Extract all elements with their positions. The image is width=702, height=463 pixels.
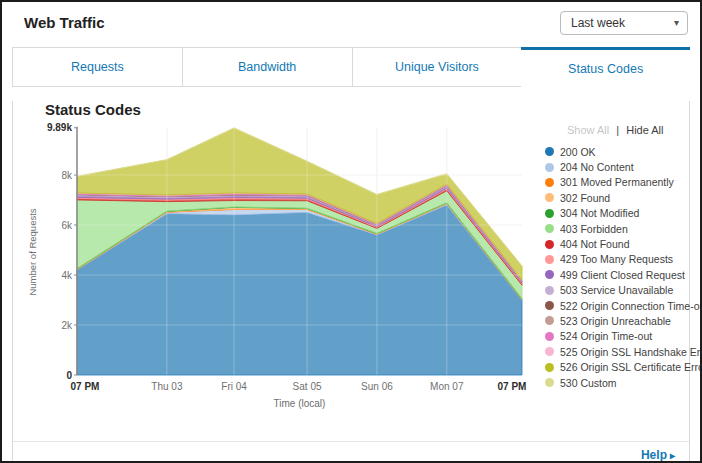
- legend-dot-icon: [545, 178, 554, 187]
- svg-text:07 PM: 07 PM: [498, 381, 527, 392]
- chart-legend: Show All | Hide All 200 OK204 No Content…: [545, 124, 697, 420]
- legend-dot-icon: [545, 147, 554, 156]
- chart-title: Status Codes: [45, 101, 689, 118]
- chart-row: 02k4k6k8k9.89k07 PMThu 03Fri 04Sat 05Sun…: [13, 120, 689, 420]
- legend-item-200[interactable]: 200 OK: [545, 144, 697, 159]
- legend-item-label: 403 Forbidden: [560, 223, 628, 235]
- legend-item-label: 526 Origin SSL Certificate Error: [560, 361, 702, 373]
- legend-item-530[interactable]: 530 Custom: [545, 375, 697, 390]
- legend-item-label: 525 Origin SSL Handshake Error: [560, 346, 702, 358]
- legend-dot-icon: [545, 316, 554, 325]
- legend-item-499[interactable]: 499 Client Closed Request: [545, 267, 697, 282]
- legend-dot-icon: [545, 224, 554, 233]
- legend-dot-icon: [545, 270, 554, 279]
- tab-bar: Requests Bandwidth Unique Visitors Statu…: [12, 47, 690, 87]
- legend-dot-icon: [545, 347, 554, 356]
- legend-item-429[interactable]: 429 Too Many Requests: [545, 252, 697, 267]
- svg-text:6k: 6k: [61, 220, 73, 231]
- legend-dot-icon: [545, 240, 554, 249]
- legend-dot-icon: [545, 163, 554, 172]
- legend-item-label: 404 Not Found: [560, 238, 629, 250]
- help-link[interactable]: Help▸: [641, 448, 675, 462]
- legend-dot-icon: [545, 332, 554, 341]
- status-codes-stacked-area-chart: 02k4k6k8k9.89k07 PMThu 03Fri 04Sat 05Sun…: [23, 120, 545, 416]
- legend-item-304[interactable]: 304 Not Modified: [545, 206, 697, 221]
- svg-text:Mon 07: Mon 07: [430, 381, 464, 392]
- legend-dot-icon: [545, 255, 554, 264]
- legend-item-label: 200 OK: [560, 146, 596, 158]
- svg-text:Sat 05: Sat 05: [293, 381, 322, 392]
- tab-requests[interactable]: Requests: [12, 47, 183, 87]
- time-range-select[interactable]: Last week ▾: [560, 11, 688, 35]
- legend-dot-icon: [545, 209, 554, 218]
- legend-item-204[interactable]: 204 No Content: [545, 159, 697, 174]
- legend-controls: Show All | Hide All: [545, 124, 697, 136]
- help-arrow-icon: ▸: [670, 450, 675, 461]
- chevron-down-icon: ▾: [674, 18, 679, 28]
- svg-text:Number of Requests: Number of Requests: [27, 208, 38, 295]
- time-range-value: Last week: [571, 16, 674, 30]
- legend-item-302[interactable]: 302 Found: [545, 190, 697, 205]
- legend-item-523[interactable]: 523 Origin Unreachable: [545, 313, 697, 328]
- status-codes-card: Status Codes 02k4k6k8k9.89k07 PMThu 03Fr…: [12, 101, 690, 463]
- legend-item-404[interactable]: 404 Not Found: [545, 236, 697, 251]
- hide-all-button[interactable]: Hide All: [626, 124, 663, 136]
- legend-item-526[interactable]: 526 Origin SSL Certificate Error: [545, 359, 697, 374]
- chart-area: 02k4k6k8k9.89k07 PMThu 03Fri 04Sat 05Sun…: [23, 120, 545, 420]
- legend-dot-icon: [545, 286, 554, 295]
- svg-text:8k: 8k: [61, 170, 73, 181]
- legend-item-522[interactable]: 522 Origin Connection Time-out: [545, 298, 697, 313]
- svg-text:4k: 4k: [61, 270, 73, 281]
- legend-item-301[interactable]: 301 Moved Permanently: [545, 175, 697, 190]
- legend-item-label: 301 Moved Permanently: [560, 176, 674, 188]
- help-label: Help: [641, 448, 667, 462]
- legend-dot-icon: [545, 363, 554, 372]
- svg-text:Sun 06: Sun 06: [361, 381, 393, 392]
- page-title: Web Traffic: [24, 14, 105, 31]
- web-traffic-panel: Web Traffic Last week ▾ Requests Bandwid…: [0, 0, 702, 463]
- legend-item-label: 530 Custom: [560, 377, 617, 389]
- svg-text:07 PM: 07 PM: [71, 381, 100, 392]
- legend-item-503[interactable]: 503 Service Unavailable: [545, 283, 697, 298]
- svg-text:Fri 04: Fri 04: [221, 381, 247, 392]
- legend-controls-divider: |: [616, 124, 619, 136]
- legend-dot-icon: [545, 378, 554, 387]
- svg-text:0: 0: [66, 370, 72, 381]
- legend-item-label: 503 Service Unavailable: [560, 284, 673, 296]
- tab-status-codes[interactable]: Status Codes: [521, 47, 690, 87]
- legend-item-524[interactable]: 524 Origin Time-out: [545, 329, 697, 344]
- legend-item-label: 524 Origin Time-out: [560, 330, 652, 342]
- show-all-button[interactable]: Show All: [567, 124, 609, 136]
- legend-item-label: 302 Found: [560, 192, 610, 204]
- panel-header: Web Traffic Last week ▾: [2, 2, 700, 47]
- legend-item-525[interactable]: 525 Origin SSL Handshake Error: [545, 344, 697, 359]
- legend-item-label: 499 Client Closed Request: [560, 269, 685, 281]
- svg-text:Thu 03: Thu 03: [151, 381, 183, 392]
- legend-item-label: 204 No Content: [560, 161, 634, 173]
- legend-item-label: 522 Origin Connection Time-out: [560, 300, 702, 312]
- svg-text:2k: 2k: [61, 320, 73, 331]
- tab-unique-visitors[interactable]: Unique Visitors: [352, 47, 523, 87]
- tab-bandwidth[interactable]: Bandwidth: [182, 47, 353, 87]
- legend-dot-icon: [545, 301, 554, 310]
- legend-item-label: 523 Origin Unreachable: [560, 315, 671, 327]
- legend-item-label: 304 Not Modified: [560, 207, 639, 219]
- legend-items: 200 OK204 No Content301 Moved Permanentl…: [545, 144, 697, 390]
- legend-item-label: 429 Too Many Requests: [560, 253, 673, 265]
- svg-text:9.89k: 9.89k: [47, 122, 72, 133]
- svg-text:Time (local): Time (local): [274, 398, 326, 409]
- legend-dot-icon: [545, 193, 554, 202]
- card-footer: Help▸: [13, 441, 689, 463]
- legend-item-403[interactable]: 403 Forbidden: [545, 221, 697, 236]
